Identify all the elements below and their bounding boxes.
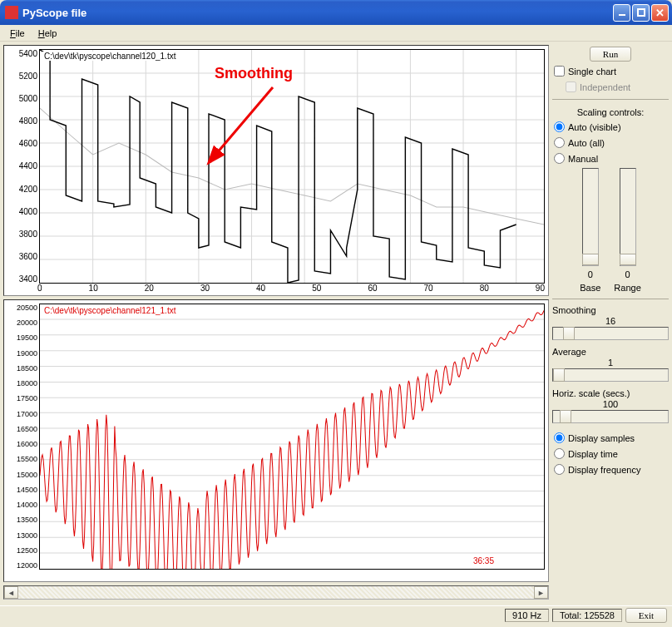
- auto-visible-label: Auto (visible): [568, 122, 621, 132]
- single-chart-checkbox[interactable]: [554, 66, 565, 77]
- titlebar: PyScope file ✕: [0, 0, 672, 25]
- base-value: 0: [588, 269, 593, 279]
- smoothing-value: 16: [552, 316, 669, 326]
- close-button[interactable]: ✕: [651, 4, 669, 22]
- display-samples-radio[interactable]: [554, 432, 565, 443]
- chart-1-plot: C:\dev\tk\pyscope\channel120_1.txt Smoot…: [39, 49, 545, 284]
- chart-2-plot: C:\dev\tk\pyscope\channel121_1.txt 36:35: [39, 304, 545, 570]
- chart-2-timestamp: 36:35: [473, 556, 494, 565]
- minimize-button[interactable]: [613, 4, 630, 22]
- chart-2: 2050020000195001900018500180001750017000…: [3, 299, 549, 582]
- average-slider[interactable]: [552, 368, 669, 382]
- app-icon: [5, 6, 18, 19]
- scroll-track[interactable]: [18, 586, 534, 599]
- menubar: File Help: [0, 25, 672, 42]
- display-samples-label: Display samples: [568, 433, 635, 443]
- base-label: Base: [580, 283, 600, 293]
- annotation-smoothing: Smoothing: [215, 65, 293, 82]
- smoothing-slider[interactable]: [552, 327, 669, 340]
- smoothing-label: Smoothing: [552, 305, 669, 315]
- window-title: PyScope file: [22, 7, 86, 19]
- horiz-scale-label: Horiz. scale (secs.): [552, 388, 669, 398]
- status-total: Total: 125528: [552, 609, 622, 622]
- auto-all-label: Auto (all): [568, 138, 605, 148]
- range-slider[interactable]: [620, 168, 636, 266]
- svg-rect-0: [619, 14, 625, 16]
- auto-all-radio[interactable]: [554, 137, 565, 148]
- chart-2-file-label: C:\dev\tk\pyscope\channel121_1.txt: [42, 306, 177, 315]
- base-slider[interactable]: [582, 168, 599, 266]
- chart-1-y-axis: 5400520050004800460044004200400038003600…: [4, 49, 37, 284]
- svg-rect-1: [638, 9, 645, 16]
- chart-1-file-label: C:\dev\tk\pyscope\channel120_1.txt: [42, 52, 177, 61]
- single-chart-label: Single chart: [568, 67, 616, 77]
- side-panel: Run Single chart Independent Scaling con…: [552, 45, 669, 602]
- menu-help[interactable]: Help: [33, 27, 62, 40]
- scroll-right-button[interactable]: ►: [534, 586, 548, 599]
- run-button[interactable]: Run: [590, 47, 631, 62]
- range-value: 0: [625, 269, 630, 279]
- chart-1: 5400520050004800460044004200400038003600…: [3, 45, 549, 296]
- exit-button[interactable]: Exit: [625, 608, 667, 623]
- statusbar: 910 Hz Total: 125528 Exit: [0, 605, 672, 624]
- average-value: 1: [552, 358, 669, 368]
- maximize-button[interactable]: [632, 4, 650, 22]
- auto-visible-radio[interactable]: [554, 121, 565, 132]
- horizontal-scrollbar[interactable]: ◄ ►: [3, 585, 549, 600]
- manual-radio[interactable]: [554, 153, 565, 164]
- scroll-left-button[interactable]: ◄: [4, 586, 18, 599]
- display-time-label: Display time: [568, 449, 618, 459]
- status-hz: 910 Hz: [505, 609, 549, 622]
- chart-1-x-axis: 0102030405060708090: [37, 284, 545, 295]
- range-label: Range: [614, 283, 640, 293]
- menu-file[interactable]: File: [5, 27, 30, 40]
- display-time-radio[interactable]: [554, 448, 565, 459]
- display-freq-radio[interactable]: [554, 464, 565, 475]
- display-freq-label: Display frequency: [568, 465, 640, 475]
- horiz-scale-value: 100: [552, 399, 669, 409]
- horiz-scale-slider[interactable]: [552, 410, 669, 423]
- average-label: Average: [552, 347, 669, 357]
- independent-label: Independent: [580, 82, 630, 92]
- scaling-header: Scaling controls:: [552, 107, 669, 117]
- manual-label: Manual: [568, 154, 598, 164]
- independent-checkbox: [566, 81, 576, 92]
- chart-2-y-axis: 2050020000195001900018500180001750017000…: [4, 304, 37, 570]
